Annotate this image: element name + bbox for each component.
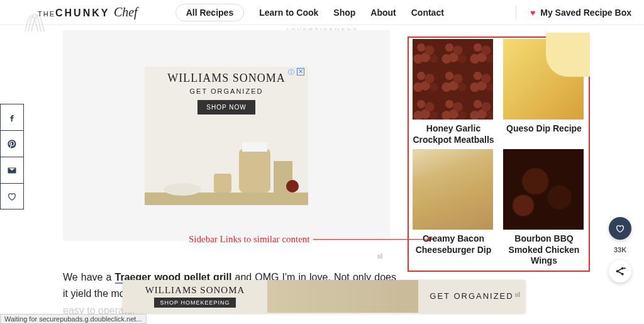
nav-about[interactable]: About (370, 8, 396, 18)
recipe-title: Queso Dip Recipe (503, 123, 585, 135)
recipe-thumbnail (503, 39, 584, 120)
primary-nav: All Recipes Learn to Cook Shop About Con… (175, 4, 444, 21)
annotation-text: Sidebar Links to similar content (189, 234, 309, 245)
divider (516, 6, 516, 20)
floating-save-button[interactable] (609, 217, 631, 240)
whisk-decor-icon (19, 0, 57, 38)
related-recipe-card[interactable]: Queso Dip Recipe (503, 39, 585, 145)
ad-close-icon[interactable]: ✕ (297, 68, 304, 75)
bottom-ad-headline: GET ORGANIZED (418, 291, 525, 302)
sticky-bottom-ad[interactable]: WILLIAMS SONOMA SHOP HOMEKEEPING GET ORG… (123, 280, 525, 313)
svg-point-3 (164, 183, 201, 196)
saved-recipe-box-link[interactable]: My Saved Recipe Box (540, 8, 631, 18)
bottom-ad-left: WILLIAMS SONOMA SHOP HOMEKEEPING (123, 285, 267, 308)
ad-product-image (145, 130, 308, 205)
nav-learn-to-cook[interactable]: Learn to Cook (259, 8, 318, 18)
williams-sonoma-ad[interactable]: ⓘ ✕ WILLIAMS SONOMA GET ORGANIZED SHOP N… (145, 67, 308, 205)
related-recipe-card[interactable]: Bourbon BBQ Smoked Chicken Wings (503, 149, 585, 267)
svg-rect-0 (145, 193, 308, 205)
recipe-title: Honey Garlic Crockpot Meatballs (413, 123, 494, 145)
inline-ad-container: ⓘ ✕ WILLIAMS SONOMA GET ORGANIZED SHOP N… (63, 30, 390, 241)
svg-text:+: + (623, 266, 626, 271)
mediavine-icon: ııl (377, 253, 382, 260)
logo-chunky: CHUNKY (55, 8, 109, 18)
annotation-label: Sidebar Links to similar content (189, 234, 433, 245)
bottom-ad-brand: WILLIAMS SONOMA (123, 285, 267, 296)
recipe-thumbnail (503, 149, 584, 230)
social-share-rail (0, 104, 24, 209)
ad-headline: GET ORGANIZED (145, 87, 308, 95)
browser-status-bar: Waiting for securepubads.g.doubleclick.n… (0, 314, 147, 324)
ad-cta-button[interactable]: SHOP NOW (197, 100, 255, 115)
floating-share-button[interactable]: + (609, 260, 631, 282)
share-email-button[interactable] (0, 157, 24, 183)
header-right: ♥ My Saved Recipe Box (516, 6, 631, 20)
related-recipe-card[interactable]: Honey Garlic Crockpot Meatballs (413, 39, 494, 145)
svg-rect-2 (242, 142, 267, 152)
svg-rect-5 (214, 174, 231, 193)
recipe-thumbnail (413, 149, 493, 230)
recipe-title: Creamy Bacon Cheeseburger Dip (413, 233, 494, 255)
ad-brand: WILLIAMS SONOMA (145, 67, 308, 85)
nav-contact[interactable]: Contact (411, 8, 444, 18)
floating-share-widget: 33K + (609, 217, 631, 282)
related-recipe-card[interactable]: Creamy Bacon Cheeseburger Dip (413, 149, 494, 267)
svg-rect-1 (239, 148, 270, 193)
related-recipes-sidebar: Honey Garlic Crockpot Meatballs Queso Di… (408, 36, 590, 272)
heart-icon: ♥ (530, 8, 535, 18)
share-facebook-button[interactable] (0, 104, 24, 130)
logo-chef: Chef (114, 5, 138, 19)
save-heart-button[interactable] (0, 183, 24, 209)
mediavine-icon: ııl (515, 291, 520, 298)
share-count: 33K (614, 246, 626, 254)
site-header: THECHUNKY Chef All Recipes Learn to Cook… (0, 0, 644, 25)
main-content: ADVERTISEMENT ⓘ ✕ WILLIAMS SONOMA GET OR… (63, 25, 581, 324)
adchoices-icon[interactable]: ⓘ (288, 68, 294, 77)
bottom-ad-image (267, 280, 418, 313)
nav-shop[interactable]: Shop (333, 8, 355, 18)
nav-all-recipes[interactable]: All Recipes (175, 4, 244, 21)
recipe-thumbnail (413, 39, 493, 120)
share-pinterest-button[interactable] (0, 130, 24, 157)
recipe-title: Bourbon BBQ Smoked Chicken Wings (503, 233, 585, 267)
bottom-ad-cta[interactable]: SHOP HOMEKEEPING (154, 298, 236, 308)
svg-point-6 (286, 180, 299, 193)
